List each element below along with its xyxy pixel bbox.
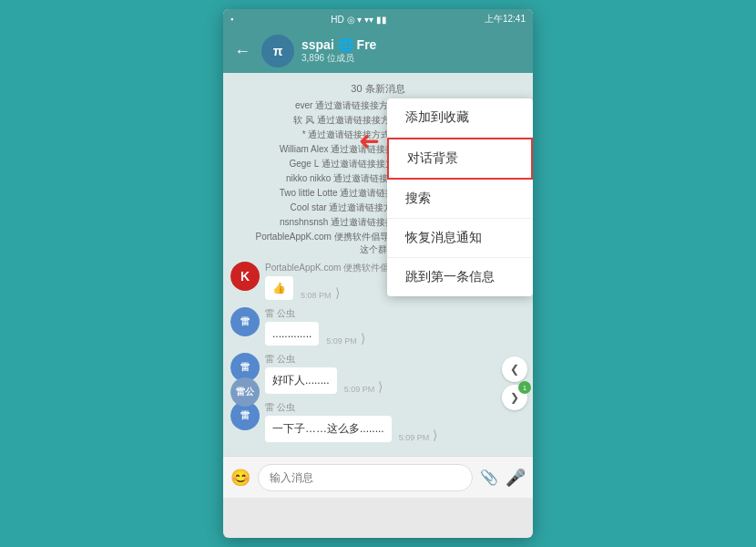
group-name: sspai 🌐 Fre [301,37,526,52]
dropdown-overlay: 添加到收藏 对话背景 搜索 恢复消息通知 跳到第一条信息 ➜ [223,73,533,456]
menu-item-search[interactable]: 搜索 [387,180,533,219]
member-count: 3,896 位成员 [301,52,526,65]
phone-frame: ▪ HD ◎ ▾ ▾▾ ▮▮ 上午12:41 ← π sspai 🌐 Fre 3… [223,9,533,538]
attach-button[interactable]: 📎 [480,469,498,486]
menu-item-restore-notify[interactable]: 恢复消息通知 [387,219,533,258]
chat-area: 30 条新消息 ever 通过邀请链接接方式加入了这个群组 软 风 通过邀请链接… [223,73,533,456]
message-input[interactable] [258,464,473,491]
emoji-button[interactable]: 😊 [230,468,250,488]
input-bar: 😊 📎 🎤 [223,456,533,498]
status-bar: ▪ HD ◎ ▾ ▾▾ ▮▮ 上午12:41 [223,9,533,29]
status-time: 上午12:41 [485,13,526,26]
status-left: ▪ [230,15,233,24]
menu-item-chat-bg[interactable]: 对话背景 [387,138,533,180]
back-button[interactable]: ← [230,38,254,65]
menu-item-jump-first[interactable]: 跳到第一条信息 [387,258,533,296]
chat-header: ← π sspai 🌐 Fre 3,896 位成员 [223,29,533,73]
mic-button[interactable]: 🎤 [506,468,526,488]
red-arrow-indicator: ➜ [359,126,380,156]
header-info: sspai 🌐 Fre 3,896 位成员 [301,37,526,65]
context-menu: 添加到收藏 对话背景 搜索 恢复消息通知 跳到第一条信息 [387,98,533,296]
status-icons: HD ◎ ▾ ▾▾ ▮▮ [331,15,387,25]
group-avatar: π [261,35,294,67]
menu-item-add-favorite[interactable]: 添加到收藏 [387,98,533,138]
